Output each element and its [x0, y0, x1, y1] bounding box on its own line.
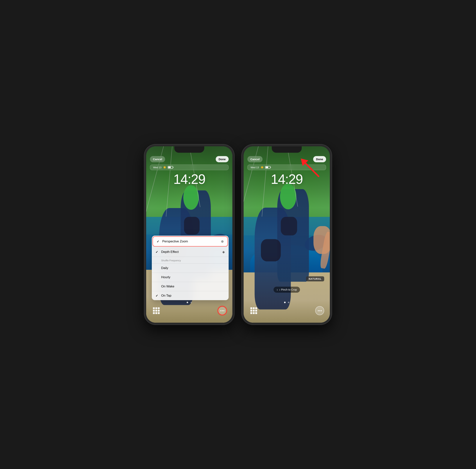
right-grid-dot-3	[255, 307, 257, 309]
right-grid-dot-6	[255, 310, 257, 312]
more-dot-3	[223, 310, 224, 311]
grid-icon	[153, 307, 160, 314]
status-bar: Wed 13 ☀️	[150, 165, 229, 170]
more-dot-2	[222, 310, 223, 311]
power-button	[232, 191, 233, 210]
on-tap-label: On Tap	[161, 294, 172, 298]
depth-effect-icon: ◈	[222, 250, 225, 254]
right-phone-frame: Cancel Done Wed 13 ☀️ 14:29	[242, 144, 332, 325]
cancel-button[interactable]: Cancel	[150, 156, 165, 162]
sun-icon: ☀️	[163, 166, 166, 169]
right-battery-icon	[265, 166, 270, 169]
perspective-zoom-left: ✓ Perspective Zoom	[157, 240, 188, 243]
right-done-button[interactable]: Done	[313, 156, 326, 162]
right-date-display: Wed 13	[251, 166, 259, 169]
grid-dot-3	[158, 307, 160, 309]
page-container: Cancel Done Wed 13 ☀️ 14:29	[144, 144, 332, 325]
right-sun-icon: ☀️	[260, 166, 264, 169]
natural-badge: NATURAL	[306, 276, 324, 281]
shuffle-frequency-header: Shuffle Frequency	[161, 259, 181, 262]
depth-effect-left: ✓ Depth Effect	[156, 250, 179, 254]
on-wake-label: On Wake	[161, 285, 174, 288]
time-display: 14:29	[150, 171, 229, 187]
perspective-zoom-label: Perspective Zoom	[162, 240, 188, 243]
grid-button[interactable]	[152, 306, 161, 315]
on-wake-item[interactable]: ✓ On Wake	[152, 282, 229, 291]
battery-icon	[168, 166, 173, 169]
hourly-label: Hourly	[161, 275, 170, 279]
shuffle-frequency-left: ✓ Shuffle Frequency	[156, 259, 181, 262]
grid-dot-1	[153, 307, 155, 309]
depth-effect-item[interactable]: ✓ Depth Effect ◈	[152, 247, 229, 257]
depth-effect-label: Depth Effect	[161, 250, 179, 254]
right-grid-dot-1	[250, 307, 252, 309]
crop-icon: ↕	[277, 288, 278, 291]
done-button[interactable]: Done	[216, 156, 229, 162]
more-dots-icon	[220, 310, 224, 311]
right-cancel-button[interactable]: Cancel	[247, 156, 263, 162]
right-status-bar: Wed 13 ☀️	[247, 165, 326, 170]
right-bottom-controls	[244, 302, 330, 323]
right-battery-fill	[266, 167, 268, 168]
right-grid-icon	[250, 307, 257, 314]
notch	[174, 146, 204, 153]
grid-dot-2	[155, 307, 157, 309]
date-display: Wed 13	[153, 166, 161, 169]
pinch-to-crop-hint: ↕ ↕ Pinch to Crop	[274, 287, 300, 293]
battery-fill	[168, 167, 171, 168]
left-phone-frame: Cancel Done Wed 13 ☀️ 14:29	[144, 144, 234, 325]
hourly-item[interactable]: ✓ Hourly	[152, 273, 229, 282]
context-menu: ✓ Perspective Zoom ⊕ ✓ Depth Effect ◈	[152, 236, 229, 300]
perspective-zoom-check: ✓	[157, 240, 160, 243]
dot-1	[187, 302, 188, 303]
bottom-bar	[152, 306, 227, 315]
right-phone: Cancel Done Wed 13 ☀️ 14:29	[242, 144, 332, 325]
perspective-zoom-icon: ⊕	[221, 239, 224, 244]
right-more-dot-1	[318, 310, 319, 311]
grid-dot-9	[158, 312, 160, 314]
daily-label: Daily	[161, 266, 168, 270]
right-more-dot-2	[319, 310, 320, 311]
right-more-dot-3	[321, 310, 322, 311]
right-page-dots	[249, 302, 324, 303]
grid-dot-4	[153, 310, 155, 312]
right-more-dots-icon	[318, 310, 322, 311]
shuffle-frequency-section: ✓ Shuffle Frequency	[152, 257, 229, 264]
right-bottom-bar	[249, 306, 324, 315]
perspective-zoom-item[interactable]: ✓ Perspective Zoom ⊕	[153, 236, 228, 247]
left-phone: Cancel Done Wed 13 ☀️ 14:29	[144, 144, 234, 325]
right-grid-dot-7	[250, 312, 252, 314]
bottom-controls	[146, 302, 232, 323]
dot-2	[190, 302, 192, 303]
right-time-display: 14:29	[247, 171, 326, 187]
right-grid-dot-8	[253, 312, 255, 314]
on-tap-left: ✓ On Tap	[156, 294, 172, 298]
pinch-to-crop-text: ↕ Pinch to Crop	[279, 288, 297, 291]
left-phone-screen: Cancel Done Wed 13 ☀️ 14:29	[146, 146, 232, 323]
right-grid-dot-2	[253, 307, 255, 309]
depth-effect-check: ✓	[156, 250, 159, 254]
on-tap-item[interactable]: ✓ On Tap	[152, 291, 229, 300]
hourly-left: ✓ Hourly	[156, 275, 170, 279]
page-dots	[152, 302, 227, 303]
more-options-button[interactable]	[218, 306, 227, 315]
grid-dot-6	[158, 310, 160, 312]
right-dot-2	[288, 302, 289, 303]
grid-dot-5	[155, 310, 157, 312]
right-more-options-button[interactable]	[315, 306, 324, 315]
right-grid-button[interactable]	[249, 306, 258, 315]
right-dot-1	[284, 302, 286, 303]
right-grid-dot-5	[253, 310, 255, 312]
right-phone-screen: Cancel Done Wed 13 ☀️ 14:29	[244, 146, 330, 323]
daily-left: ✓ Daily	[156, 266, 168, 270]
right-notch	[272, 146, 302, 153]
on-wake-left: ✓ On Wake	[156, 285, 174, 288]
on-tap-check: ✓	[156, 294, 159, 298]
right-grid-dot-4	[250, 310, 252, 312]
grid-dot-7	[153, 312, 155, 314]
right-grid-dot-9	[255, 312, 257, 314]
right-power-button	[330, 191, 331, 210]
daily-item[interactable]: ✓ Daily	[152, 264, 229, 273]
grid-dot-8	[155, 312, 157, 314]
more-dot-1	[220, 310, 221, 311]
